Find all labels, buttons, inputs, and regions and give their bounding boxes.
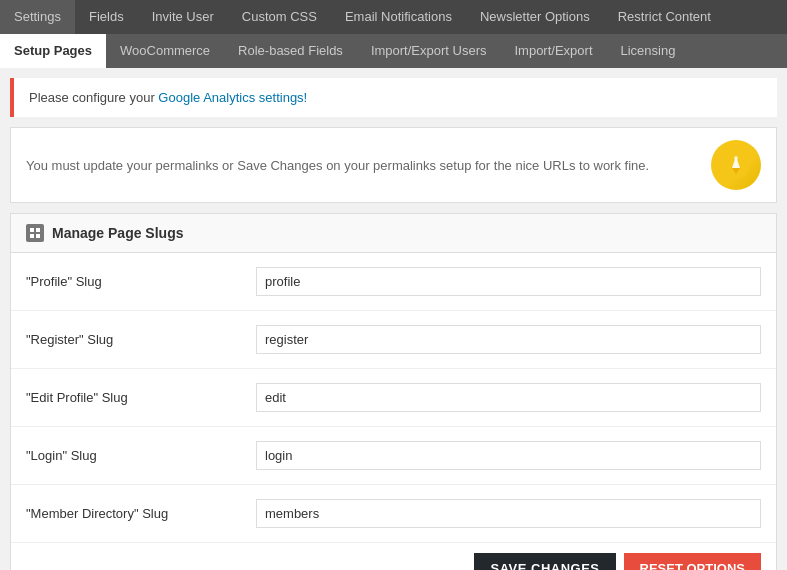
svg-point-3: [734, 156, 738, 160]
register-slug-label: "Register" Slug: [26, 332, 256, 347]
member-directory-slug-label: "Member Directory" Slug: [26, 506, 256, 521]
panel-header: Manage Page Slugs: [11, 214, 776, 253]
svg-rect-5: [36, 228, 40, 232]
tab-email-notifications[interactable]: Email Notifications: [331, 0, 466, 34]
register-slug-input[interactable]: [256, 325, 761, 354]
notice-icon: [711, 140, 761, 190]
edit-profile-slug-label: "Edit Profile" Slug: [26, 390, 256, 405]
tab-setup-pages[interactable]: Setup Pages: [0, 34, 106, 68]
alert-text: Please configure your: [29, 90, 158, 105]
member-directory-slug-input[interactable]: [256, 499, 761, 528]
notice-bar: You must update your permalinks or Save …: [10, 127, 777, 203]
edit-profile-slug-input[interactable]: [256, 383, 761, 412]
notice-text: You must update your permalinks or Save …: [26, 158, 649, 173]
profile-slug-row: "Profile" Slug: [11, 253, 776, 311]
tab-row-2: Setup Pages WooCommerce Role-based Field…: [0, 34, 787, 68]
login-slug-label: "Login" Slug: [26, 448, 256, 463]
tab-import-export[interactable]: Import/Export: [500, 34, 606, 68]
login-slug-input[interactable]: [256, 441, 761, 470]
tab-fields[interactable]: Fields: [75, 0, 138, 34]
tab-newsletter-options[interactable]: Newsletter Options: [466, 0, 604, 34]
svg-rect-4: [30, 228, 34, 232]
profile-slug-label: "Profile" Slug: [26, 274, 256, 289]
button-row: SAVE CHANGES RESET OPTIONS: [11, 543, 776, 570]
tab-restrict-content[interactable]: Restrict Content: [604, 0, 725, 34]
save-changes-button[interactable]: SAVE CHANGES: [474, 553, 615, 570]
edit-profile-slug-row: "Edit Profile" Slug: [11, 369, 776, 427]
alert-bar: Please configure your Google Analytics s…: [10, 78, 777, 117]
tab-row-1: Settings Fields Invite User Custom CSS E…: [0, 0, 787, 34]
reset-options-button[interactable]: RESET OPTIONS: [624, 553, 761, 570]
analytics-link[interactable]: Google Analytics settings!: [158, 90, 307, 105]
tab-custom-css[interactable]: Custom CSS: [228, 0, 331, 34]
svg-rect-6: [30, 234, 34, 238]
panel: Manage Page Slugs "Profile" Slug "Regist…: [10, 213, 777, 570]
panel-title: Manage Page Slugs: [52, 225, 183, 241]
tab-import-export-users[interactable]: Import/Export Users: [357, 34, 501, 68]
member-directory-slug-row: "Member Directory" Slug: [11, 485, 776, 543]
tab-licensing[interactable]: Licensing: [607, 34, 690, 68]
content-area: Please configure your Google Analytics s…: [0, 78, 787, 570]
svg-rect-7: [36, 234, 40, 238]
register-slug-row: "Register" Slug: [11, 311, 776, 369]
login-slug-row: "Login" Slug: [11, 427, 776, 485]
tab-settings[interactable]: Settings: [0, 0, 75, 34]
panel-header-icon: [26, 224, 44, 242]
tab-woocommerce[interactable]: WooCommerce: [106, 34, 224, 68]
profile-slug-input[interactable]: [256, 267, 761, 296]
tab-role-based-fields[interactable]: Role-based Fields: [224, 34, 357, 68]
tab-invite-user[interactable]: Invite User: [138, 0, 228, 34]
